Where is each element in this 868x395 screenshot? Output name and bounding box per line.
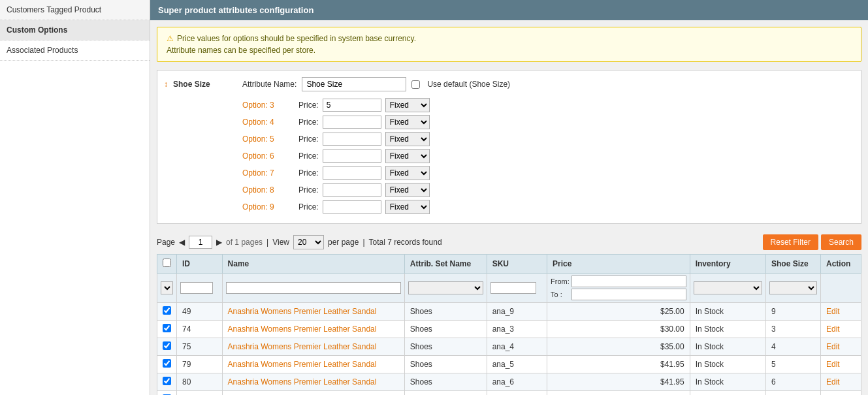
edit-link[interactable]: Edit	[826, 360, 840, 369]
row-name: Anashria Womens Premier Leather Sandal	[222, 391, 404, 396]
option-row: Option: 4 Price: Fixed Percent	[242, 115, 854, 129]
row-action: Edit	[820, 373, 861, 391]
filter-id-cell	[177, 274, 223, 303]
filter-attrib-cell: Shoes	[404, 274, 487, 303]
col-inventory: Inventory	[690, 255, 765, 274]
edit-link[interactable]: Edit	[826, 377, 840, 387]
option-price-input[interactable]	[323, 133, 381, 146]
attr-name-label: Attribute Name:	[242, 80, 297, 89]
option-type-select[interactable]: Fixed Percent	[385, 115, 430, 129]
option-row: Option: 9 Price: Fixed Percent	[242, 200, 854, 214]
option-type-select[interactable]: Fixed Percent	[385, 200, 430, 214]
row-shoe-size: 6	[765, 373, 820, 391]
option-row: Option: 3 Price: Fixed Percent	[242, 98, 854, 112]
col-action: Action	[820, 255, 861, 274]
filter-attrib-select[interactable]: Shoes	[408, 281, 483, 294]
filter-sku-cell	[487, 274, 547, 303]
option-price-input[interactable]	[323, 183, 381, 197]
sidebar-item-associated-products[interactable]: Associated Products	[0, 40, 150, 61]
row-shoe-size: 9	[765, 303, 820, 321]
row-checkbox[interactable]	[163, 324, 171, 332]
prev-page-btn[interactable]: ◀	[179, 238, 185, 247]
row-checkbox[interactable]	[163, 341, 171, 350]
filter-id-input[interactable]	[180, 282, 213, 294]
filter-price-to[interactable]	[571, 289, 686, 300]
filter-checkbox-cell: Yes No	[157, 274, 177, 303]
row-price: $41.95	[547, 356, 690, 373]
page-label: Page	[157, 238, 175, 247]
edit-link[interactable]: Edit	[826, 342, 840, 351]
row-id: 74	[177, 321, 223, 338]
row-action: Edit	[820, 338, 861, 356]
row-attrib: Shoes	[404, 303, 487, 321]
option-price-input[interactable]	[323, 99, 381, 112]
pagination-bar: Page ◀ ▶ of 1 pages | View 20 50 100 per…	[157, 230, 861, 254]
filter-inventory-select[interactable]: In Stock Out of Stock	[694, 281, 762, 294]
filter-yes-select[interactable]: Yes No	[161, 281, 173, 294]
option-row: Option: 8 Price: Fixed Percent	[242, 183, 854, 197]
row-sku: ana_5	[487, 356, 547, 373]
option-price-input[interactable]	[323, 150, 381, 163]
option-label: Option: 3	[242, 101, 295, 110]
row-checkbox[interactable]	[163, 377, 171, 385]
option-label: Option: 8	[242, 185, 295, 195]
option-price-input[interactable]	[323, 116, 381, 129]
row-price: $41.95	[547, 391, 690, 396]
table-row: 74 Anashria Womens Premier Leather Sanda…	[157, 321, 861, 338]
edit-link[interactable]: Edit	[826, 324, 840, 334]
page-input[interactable]	[189, 236, 212, 249]
per-page-select[interactable]: 20 50 100	[293, 235, 324, 249]
row-shoe-size: 4	[765, 338, 820, 356]
notice-box: ⚠Price values for options should be spec…	[157, 27, 861, 62]
reset-filter-button[interactable]: Reset Filter	[763, 234, 818, 250]
row-attrib: Shoes	[404, 391, 487, 396]
table-row: 80 Anashria Womens Premier Leather Sanda…	[157, 373, 861, 391]
row-id: 75	[177, 338, 223, 356]
option-label: Option: 9	[242, 202, 295, 212]
filter-name-input[interactable]	[226, 282, 401, 294]
row-action: Edit	[820, 391, 861, 396]
row-sku: ana_7	[487, 391, 547, 396]
sidebar-item-customers-tagged[interactable]: Customers Tagged Product	[0, 0, 150, 20]
option-type-select[interactable]: Fixed Percent	[385, 98, 430, 112]
view-label: View	[272, 238, 289, 247]
attribute-name-input[interactable]	[302, 77, 406, 91]
filter-shoesize-select[interactable]: 345 6789	[769, 281, 817, 294]
option-type-select[interactable]: Fixed Percent	[385, 132, 430, 146]
row-checkbox[interactable]	[163, 306, 171, 315]
to-label: To :	[551, 291, 569, 298]
row-action: Edit	[820, 356, 861, 373]
row-price: $35.00	[547, 338, 690, 356]
row-checkbox[interactable]	[163, 359, 171, 368]
option-price-input[interactable]	[323, 200, 381, 213]
table-row: 81 Anashria Womens Premier Leather Sanda…	[157, 391, 861, 396]
row-id: 79	[177, 356, 223, 373]
table-header-row: ID Name Attrib. Set Name SKU Price Inven…	[157, 255, 861, 274]
row-attrib: Shoes	[404, 356, 487, 373]
col-name: Name	[222, 255, 404, 274]
edit-link[interactable]: Edit	[826, 307, 840, 316]
row-attrib: Shoes	[404, 373, 487, 391]
price-label: Price:	[298, 134, 319, 144]
row-attrib: Shoes	[404, 338, 487, 356]
option-price-input[interactable]	[323, 166, 381, 180]
option-type-select[interactable]: Fixed Percent	[385, 166, 430, 180]
filter-price-from[interactable]	[571, 276, 686, 287]
price-label: Price:	[298, 118, 319, 127]
sidebar-item-custom-options[interactable]: Custom Options	[0, 20, 150, 40]
filter-sku-input[interactable]	[490, 282, 536, 294]
use-default-checkbox[interactable]	[411, 80, 420, 89]
row-inventory: In Stock	[690, 303, 765, 321]
row-price: $25.00	[547, 303, 690, 321]
option-type-select[interactable]: Fixed Percent	[385, 183, 430, 197]
option-type-select[interactable]: Fixed Percent	[385, 149, 430, 163]
row-name: Anashria Womens Premier Leather Sandal	[222, 338, 404, 356]
option-label: Option: 6	[242, 151, 295, 161]
col-checkbox	[157, 255, 177, 274]
row-sku: ana_9	[487, 303, 547, 321]
prev-page-btn2[interactable]: ▶	[216, 238, 222, 247]
search-button[interactable]: Search	[821, 234, 861, 250]
row-inventory: In Stock	[690, 391, 765, 396]
row-price: $30.00	[547, 321, 690, 338]
select-all-checkbox[interactable]	[163, 259, 171, 267]
